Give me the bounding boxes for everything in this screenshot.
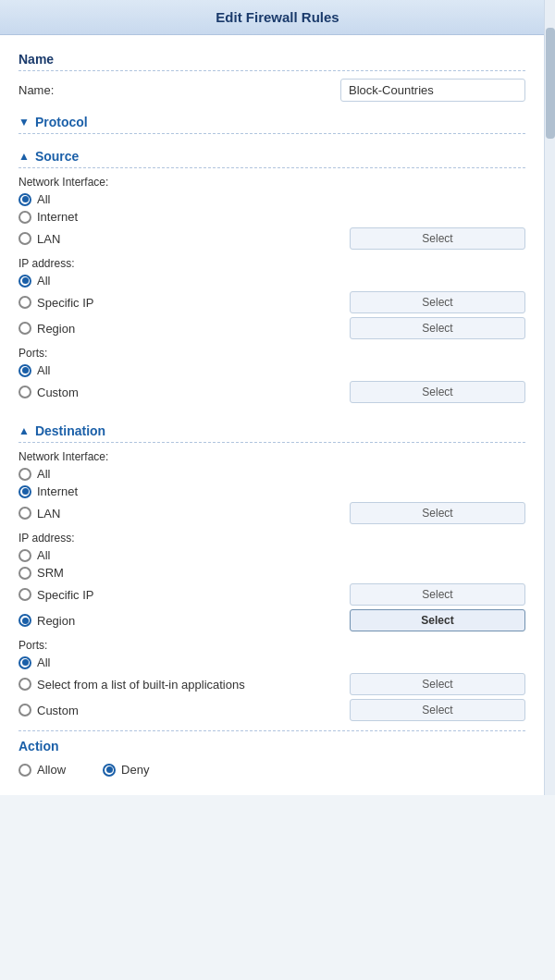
action-deny-option: Deny	[103, 763, 149, 777]
source-port-custom-radio[interactable]	[18, 386, 31, 398]
destination-ip-specific-select-btn[interactable]: Select	[350, 583, 525, 606]
destination-ip-all-row: All	[18, 548, 525, 562]
source-section-title: Source	[35, 149, 79, 164]
protocol-section-header[interactable]: ▼ Protocol	[18, 107, 525, 134]
destination-ni-all-label: All	[37, 467, 50, 481]
destination-ip-all-left: All	[18, 548, 50, 562]
source-ni-internet-row: Internet	[18, 210, 525, 224]
action-deny-label: Deny	[121, 763, 149, 777]
name-row: Name:	[18, 79, 525, 102]
destination-port-apps-radio[interactable]	[18, 678, 31, 691]
source-ni-all-row: All	[18, 192, 525, 206]
destination-ip-srm-row: SRM	[18, 566, 525, 580]
source-section-header[interactable]: ▲ Source	[18, 141, 525, 168]
destination-port-all-row: All	[18, 655, 525, 669]
source-port-all-label: All	[37, 363, 50, 377]
destination-ip-region-left: Region	[18, 614, 75, 628]
destination-port-apps-label: Select from a list of built-in applicati…	[37, 678, 245, 692]
action-allow-radio[interactable]	[18, 764, 31, 777]
source-ni-lan-row: LAN Select	[18, 227, 525, 250]
destination-port-apps-select-btn[interactable]: Select	[350, 673, 525, 695]
destination-ip-srm-label: SRM	[37, 566, 64, 580]
source-ip-all-radio[interactable]	[18, 275, 31, 288]
source-ni-lan-left: LAN	[18, 232, 60, 246]
protocol-chevron-icon: ▼	[18, 116, 30, 129]
page-title: Edit Firewall Rules	[9, 9, 546, 25]
destination-ip-specific-radio[interactable]	[18, 588, 31, 601]
scrollbar[interactable]	[544, 0, 555, 795]
destination-ip-all-label: All	[37, 548, 50, 562]
destination-ip-region-select-btn[interactable]: Select	[350, 609, 525, 631]
action-section-title: Action	[18, 739, 525, 753]
source-port-all-row: All	[18, 363, 525, 377]
destination-ip-address-group: All SRM Specific IP Select	[18, 548, 525, 631]
source-port-custom-label: Custom	[37, 386, 79, 399]
source-ip-region-select-btn[interactable]: Select	[350, 317, 525, 339]
source-ip-all-row: All	[18, 274, 525, 288]
destination-port-apps-row: Select from a list of built-in applicati…	[18, 673, 525, 695]
source-port-all-left: All	[18, 363, 50, 377]
destination-ip-specific-left: Specific IP	[18, 588, 93, 602]
source-ni-internet-left: Internet	[18, 210, 78, 224]
source-port-custom-row: Custom Select	[18, 381, 525, 403]
source-ni-lan-radio[interactable]	[18, 232, 31, 245]
source-ip-specific-row: Specific IP Select	[18, 291, 525, 313]
destination-port-custom-radio[interactable]	[18, 704, 31, 717]
source-ip-region-radio[interactable]	[18, 322, 31, 335]
destination-port-all-radio[interactable]	[18, 656, 31, 669]
destination-ip-specific-row: Specific IP Select	[18, 583, 525, 606]
source-ni-all-radio[interactable]	[18, 193, 31, 206]
destination-ni-lan-select-btn[interactable]: Select	[350, 502, 525, 524]
destination-ip-region-row: Region Select	[18, 609, 525, 631]
source-port-all-radio[interactable]	[18, 364, 31, 377]
source-network-interface-label: Network Interface:	[18, 176, 525, 189]
destination-port-custom-select-btn[interactable]: Select	[350, 699, 525, 721]
scrollbar-thumb[interactable]	[546, 28, 555, 139]
source-ip-all-left: All	[18, 274, 50, 288]
source-ip-specific-select-btn[interactable]: Select	[350, 291, 525, 313]
source-port-custom-select-btn[interactable]: Select	[350, 381, 525, 403]
destination-port-all-label: All	[37, 655, 50, 669]
source-ip-specific-label: Specific IP	[37, 296, 93, 310]
destination-port-all-left: All	[18, 655, 50, 669]
destination-ip-all-radio[interactable]	[18, 549, 31, 562]
destination-section-header[interactable]: ▲ Destination	[18, 416, 525, 443]
action-section: Action Allow Deny	[18, 730, 525, 777]
source-ip-specific-radio[interactable]	[18, 296, 31, 309]
destination-ip-srm-radio[interactable]	[18, 567, 31, 580]
source-ni-all-left: All	[18, 192, 50, 206]
source-ip-address-group: All Specific IP Select Region Select	[18, 274, 525, 339]
action-deny-radio[interactable]	[103, 764, 116, 777]
source-ni-lan-label: LAN	[37, 232, 60, 246]
name-section-title: Name	[18, 52, 525, 67]
destination-ip-region-radio[interactable]	[18, 614, 31, 627]
source-chevron-icon: ▲	[18, 150, 30, 163]
page-wrapper: Edit Firewall Rules Name Name: ▼ Protoco…	[0, 0, 555, 795]
destination-network-interface-label: Network Interface:	[18, 450, 525, 463]
destination-port-custom-label: Custom	[37, 704, 79, 717]
source-ports-group: All Custom Select	[18, 363, 525, 403]
source-ip-all-label: All	[37, 274, 50, 288]
destination-ip-srm-left: SRM	[18, 566, 64, 580]
source-ip-region-left: Region	[18, 322, 75, 336]
source-ni-internet-radio[interactable]	[18, 211, 31, 224]
destination-ni-all-radio[interactable]	[18, 468, 31, 481]
action-allow-label: Allow	[37, 763, 66, 777]
source-ip-address-label: IP address:	[18, 257, 525, 270]
destination-ports-label: Ports:	[18, 639, 525, 652]
source-ni-lan-select-btn[interactable]: Select	[350, 227, 525, 250]
source-ip-region-row: Region Select	[18, 317, 525, 339]
action-allow-option: Allow	[18, 763, 66, 777]
destination-ni-internet-radio[interactable]	[18, 485, 31, 498]
source-ni-internet-label: Internet	[37, 210, 78, 224]
source-ip-specific-left: Specific IP	[18, 296, 93, 310]
destination-ni-lan-radio[interactable]	[18, 507, 31, 520]
destination-section-title: Destination	[35, 423, 105, 438]
name-input[interactable]	[340, 79, 525, 102]
page-header: Edit Firewall Rules	[0, 0, 555, 35]
destination-port-apps-left: Select from a list of built-in applicati…	[18, 678, 245, 692]
destination-port-custom-left: Custom	[18, 704, 79, 717]
source-network-interface-group: All Internet LAN Select	[18, 192, 525, 250]
destination-ip-specific-label: Specific IP	[37, 588, 93, 602]
source-ports-label: Ports:	[18, 347, 525, 360]
